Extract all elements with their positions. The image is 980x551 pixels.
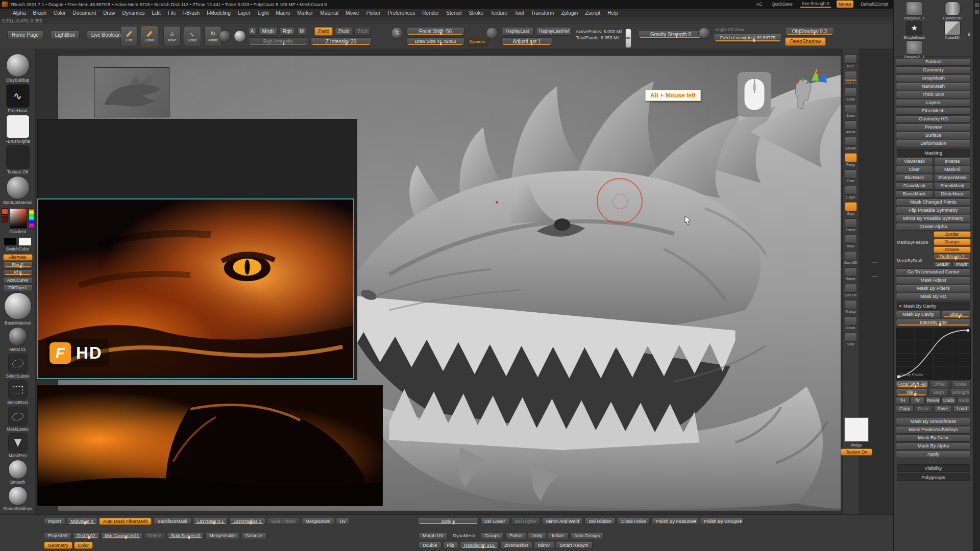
menu-item[interactable]: Document: [69, 9, 100, 17]
stroke-curve-icon[interactable]: S: [391, 27, 403, 39]
deep-shadow-button[interactable]: DeepShadow: [785, 37, 826, 46]
lightbox-button[interactable]: LightBox: [51, 31, 80, 39]
shelf-tool[interactable]: Persp: [845, 153, 857, 166]
tray-button[interactable]: MidValue 0: [67, 518, 97, 525]
shelf-slot[interactable]: SelectRect: [1, 380, 35, 407]
tray-button[interactable]: Morph UV: [419, 532, 448, 539]
mask-by-cavity-header[interactable]: Mask By Cavity: [897, 302, 970, 310]
shelf-tool[interactable]: Scroll: [845, 88, 857, 101]
menu-item[interactable]: Zscript: [581, 9, 604, 17]
subpalette-button[interactable]: Preview: [896, 123, 971, 131]
mask-button[interactable]: Mask By Alpha: [896, 442, 971, 450]
shelf-slot[interactable]: FreeHand: [1, 84, 35, 115]
curve-edit-button[interactable]: Reset: [925, 397, 941, 405]
curve-edit-button[interactable]: Redo: [957, 397, 971, 405]
menu-item[interactable]: Stroke: [465, 9, 487, 17]
alt-color-swatch[interactable]: [18, 237, 32, 246]
tray-button[interactable]: MergeVisible: [205, 532, 240, 539]
titlebar-button[interactable]: AC: [754, 1, 765, 8]
mask-by-cavity-button[interactable]: Mask By Cavity: [896, 311, 941, 318]
shelf-tool[interactable]: Solo: [845, 333, 857, 346]
menu-item[interactable]: Macro: [272, 9, 293, 17]
zadd-button[interactable]: Zadd: [314, 27, 333, 36]
replay-icon[interactable]: [486, 27, 498, 39]
shelf-tool[interactable]: SPix 3.1: [844, 71, 856, 85]
tray-button[interactable]: Import: [44, 518, 65, 525]
cavity-option-button[interactable]: Noise: [951, 381, 971, 388]
mask-button[interactable]: Mirror By Posable Symmetry: [896, 215, 971, 222]
tray-button[interactable]: Smart ReSym: [556, 542, 593, 549]
subpalette-button[interactable]: FiberMesh: [896, 107, 971, 115]
curve-file-button[interactable]: Save: [934, 405, 952, 413]
reference-image-2[interactable]: [37, 385, 383, 506]
shelf-button[interactable]: Alternate: [3, 254, 33, 261]
menu-item[interactable]: Movie: [342, 9, 363, 17]
curve-edit-button[interactable]: fV: [911, 397, 924, 405]
tray-button[interactable]: LazyStep 0.1: [193, 518, 228, 525]
panel-config-icon[interactable]: [975, 3, 979, 7]
tool-thumbnail[interactable]: Cylinder3D: [934, 2, 971, 20]
shelf-slot[interactable]: Metal 01: [1, 327, 35, 354]
dynamic-toggle[interactable]: Dynamic: [467, 38, 488, 46]
document-mini-thumbnail[interactable]: [94, 67, 169, 117]
field-of-view-slider[interactable]: Field of view(deg) 39.59775: [714, 34, 782, 42]
cavity-profile-curve[interactable]: Cavity Profile: [896, 328, 971, 380]
shelf-slot[interactable]: MaskPen: [1, 433, 35, 460]
replay-last-rel-button[interactable]: ReplayLastRel: [536, 27, 572, 36]
menu-item[interactable]: Tool: [511, 9, 527, 17]
menu-item[interactable]: Color: [50, 9, 69, 17]
mask-button[interactable]: BlurMask: [896, 174, 933, 182]
tool-thumbnail[interactable]: SimpleBrush: [896, 21, 933, 40]
curve-file-button[interactable]: Load: [953, 405, 971, 413]
tray-button[interactable]: Del Lower: [480, 518, 509, 525]
tray-button[interactable]: Resolution 216: [460, 542, 499, 549]
shelf-slot[interactable]: Smooth: [1, 460, 35, 486]
cavity-option-button[interactable]: Steps: [928, 389, 949, 396]
cavity-blur-slider[interactable]: Blur 2: [942, 311, 971, 318]
mask-button[interactable]: Mask By Fibers: [896, 285, 971, 292]
tray-button[interactable]: BackfaceMask: [153, 518, 191, 525]
mask-button[interactable]: Mask Changed Points: [896, 198, 971, 206]
tray-button[interactable]: Polish: [505, 532, 526, 539]
cavity-intensity-slider[interactable]: Intensity 100: [896, 319, 971, 327]
tray-button[interactable]: Uv: [336, 518, 350, 525]
shelf-tool[interactable]: Ghost: [845, 316, 857, 330]
subpalette-button[interactable]: Geometry HD: [896, 115, 971, 123]
menu-item[interactable]: Transform: [527, 9, 557, 17]
gravity-strength-slider[interactable]: Gravity Strength 0: [638, 30, 703, 39]
tray-button[interactable]: Close Holes: [617, 518, 650, 525]
home-page-button[interactable]: Home Page: [7, 31, 43, 39]
focal-shift-slider[interactable]: Focal Shift -56: [406, 27, 464, 36]
tray-button[interactable]: Del Higher: [511, 518, 541, 525]
shelf-tool[interactable]: Frame: [845, 218, 857, 232]
cavity-option-button[interactable]: Focal Shift -90: [896, 381, 928, 388]
shelf-button[interactable]: AccuCurve: [3, 277, 33, 284]
shelf-slot[interactable]: Texture Off: [1, 145, 35, 176]
menu-item[interactable]: Zplugin: [557, 9, 581, 17]
shelf-slot[interactable]: StartupMaterial: [1, 176, 35, 207]
menu-item[interactable]: Preferences: [384, 9, 419, 17]
setdir-button[interactable]: SetDir: [934, 261, 952, 268]
shelf-tool[interactable]: Actual: [845, 120, 857, 134]
mask-button[interactable]: Go To Unmasked Center: [896, 268, 971, 276]
shelf-slot[interactable]: SmoothValleys: [1, 486, 35, 513]
shelf-tool[interactable]: Floor: [845, 169, 857, 183]
viewport[interactable]: F HD: [36, 48, 842, 514]
shelf-tool[interactable]: Move: [845, 235, 857, 248]
feature-button[interactable]: Crease: [934, 246, 971, 253]
tray-button[interactable]: Color: [74, 542, 93, 549]
tray-button[interactable]: Dist 0.02: [73, 532, 100, 539]
mask-button[interactable]: Clear: [896, 166, 933, 173]
menu-item[interactable]: Alpha: [9, 9, 30, 17]
shelf-slot[interactable]: ~BrushAlpha: [1, 115, 35, 145]
tool-thumbnail[interactable]: Dragon-2_1: [896, 40, 933, 59]
mask-button[interactable]: ViewMask: [896, 158, 933, 165]
mask-button[interactable]: Mask By Smoothness: [896, 418, 971, 425]
switch-color-swatches[interactable]: [4, 237, 32, 246]
shelf-tool[interactable]: Zoom: [845, 104, 857, 117]
mask-button[interactable]: Create Alpha: [896, 223, 971, 231]
tray-button[interactable]: ProjectAll: [44, 532, 71, 539]
tray-button[interactable]: LazyRadius 1: [229, 518, 265, 525]
titlebar-button[interactable]: DefaultZScript: [859, 1, 890, 8]
tray-button[interactable]: SDiv 5: [418, 518, 479, 525]
